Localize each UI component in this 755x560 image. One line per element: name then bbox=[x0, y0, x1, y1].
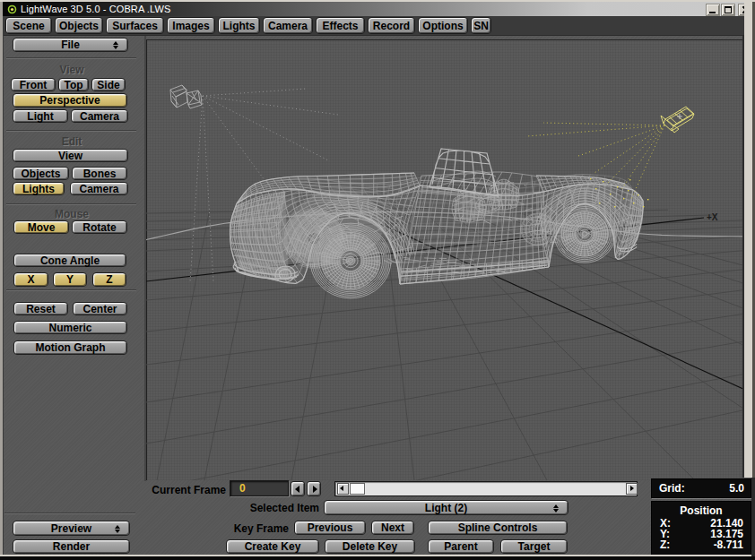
svg-text:+X: +X bbox=[707, 212, 718, 222]
